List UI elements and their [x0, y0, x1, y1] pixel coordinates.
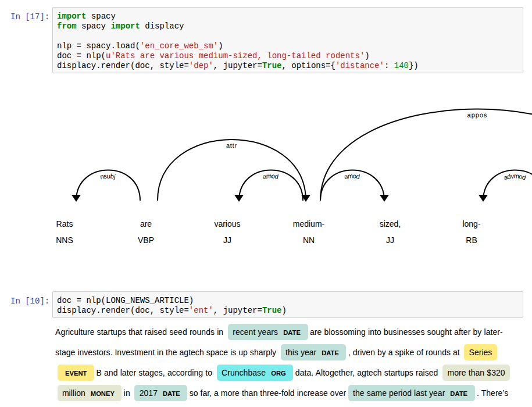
svg-text:medium-NN: medium-NN [293, 219, 325, 245]
svg-text:areVBP: areVBP [138, 219, 154, 245]
svg-text:nsubj: nsubj [99, 172, 117, 180]
svg-text:RatsNNS: RatsNNS [56, 219, 73, 245]
svg-text:advmod: advmod [503, 172, 528, 181]
svg-text:amod: amod [262, 172, 280, 180]
svg-text:attr: attr [226, 142, 238, 149]
svg-text:appos: appos [467, 111, 487, 118]
svg-text:variousJJ: variousJJ [214, 219, 240, 245]
svg-text:amod: amod [344, 172, 361, 180]
svg-text:long-RB: long-RB [462, 219, 480, 245]
svg-text:sized,JJ: sized,JJ [380, 219, 401, 245]
